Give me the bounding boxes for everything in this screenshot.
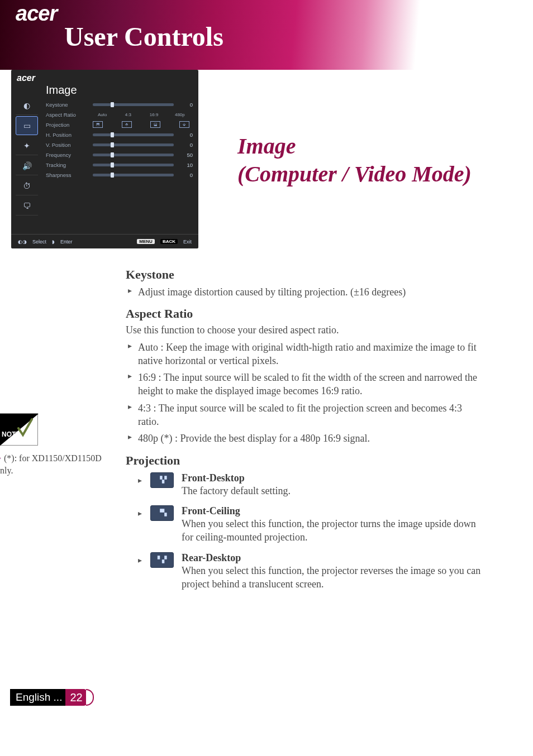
osd-menu-title: Image: [46, 84, 77, 97]
bullet-aspect-480p: 480p (*) : Provide the best display for …: [126, 432, 483, 445]
proj-desc: When you select this function, the proje…: [182, 517, 483, 544]
proj-item-front-ceiling: ▸ ▝▚ Front-Ceiling When you select this …: [138, 505, 483, 544]
osd-row-sharpness: Sharpness 0: [46, 170, 193, 180]
slider-icon: [93, 164, 174, 166]
page-title: User Controls: [64, 21, 223, 52]
bullet-triangle-icon: ▸: [138, 509, 142, 518]
slider-icon: [93, 154, 174, 156]
footer-lang-pill: English ... 22: [10, 689, 89, 706]
proj-label: Rear-Desktop: [182, 552, 483, 564]
proj-item-rear-desktop: ▸ ▘▞ Rear-Desktop When you select this f…: [138, 552, 483, 591]
heading-projection: Projection: [126, 453, 483, 468]
osd-brand: acer: [17, 73, 35, 83]
bullet-triangle-icon: ▸: [138, 476, 142, 485]
footer-cap-icon: [86, 689, 94, 706]
note-sidebar: NOTE ❖ (*): for XD1150/XD1150D only.: [0, 413, 106, 476]
slider-icon: [93, 174, 174, 176]
section-title: Image (Computer / Video Mode): [237, 132, 494, 188]
osd-row-keystone: Keystone .osd-slider::after{left:var(--p…: [46, 99, 193, 109]
slider-icon: [93, 143, 174, 146]
page-footer: English ... 22: [10, 689, 89, 706]
proj-label: Front-Desktop: [182, 472, 483, 484]
bullet-aspect-43: 4:3 : The input source will be scaled to…: [126, 401, 483, 429]
page-header: acer User Controls: [0, 0, 533, 70]
footer-lang: English ...: [16, 691, 62, 704]
osd-tab-color-icon: ◐: [16, 96, 38, 115]
checkmark-icon: [17, 417, 33, 439]
back-key-icon: BACK: [160, 239, 178, 244]
proj-desc: When you select this function, the proje…: [182, 564, 483, 591]
proj-item-front-desktop: ▸ ▝▞ Front-Desktop The factory default s…: [138, 472, 483, 497]
front-ceiling-icon: ▝▚: [150, 505, 174, 521]
note-text: ❖ (*): for XD1150/XD1150D only.: [0, 452, 106, 476]
osd-tab-image-icon: ▭: [16, 116, 38, 135]
enter-arrow-icon: ◗: [52, 239, 55, 245]
bullet-aspect-169: 16:9 : The input source will be scaled t…: [126, 371, 483, 398]
menu-key-icon: MENU: [137, 239, 155, 244]
osd-row-aspect: Aspect Ratio Auto 4:3 16:9 480p: [46, 109, 193, 119]
osd-tab-language-icon: 🗨: [16, 197, 38, 216]
page-content: acer Image ◐ ▭ ✦ 🔊 ⏱ 🗨 Keystone .osd-sli…: [0, 70, 533, 84]
slider-icon: .osd-slider::after{left:var(--p,22%)}: [93, 103, 174, 106]
brand-logo: acer: [16, 2, 57, 26]
slider-icon: [93, 133, 174, 136]
osd-row-hpos: H. Position 0: [46, 130, 193, 140]
diamond-bullet-icon: ❖: [0, 454, 2, 462]
proj-rear-ceiling-icon: ⬙: [179, 121, 189, 128]
nav-arrows-icon: ◐◑: [18, 239, 27, 245]
osd-tab-timer-icon: ⏱: [16, 176, 38, 195]
aspect-intro: Use this function to choose your desired…: [126, 323, 483, 337]
proj-front-ceiling-icon: ⬘: [122, 121, 132, 128]
osd-footer: ◐◑ Select ◗ Enter MENU BACK Exit: [11, 234, 198, 248]
osd-row-projection: Projection ⬒ ⬘ ⬓ ⬙: [46, 119, 193, 130]
bullet-triangle-icon: ▸: [138, 556, 142, 565]
bullet-keystone: Adjust image distortion caused by tiltin…: [126, 285, 483, 299]
osd-row-vpos: V. Position 0: [46, 140, 193, 150]
page-number: 22: [65, 689, 87, 706]
proj-desc: The factory default setting.: [182, 484, 483, 497]
proj-label: Front-Ceiling: [182, 505, 483, 517]
body-column: Keystone Adjust image distortion caused …: [126, 260, 483, 599]
osd-row-tracking: Tracking 10: [46, 160, 193, 170]
note-badge: NOTE: [0, 413, 38, 446]
osd-screenshot: acer Image ◐ ▭ ✦ 🔊 ⏱ 🗨 Keystone .osd-sli…: [11, 70, 198, 248]
front-desktop-icon: ▝▞: [150, 472, 174, 488]
osd-row-freq: Frequency 50: [46, 150, 193, 160]
osd-tab-strip: ◐ ▭ ✦ 🔊 ⏱ 🗨: [13, 95, 40, 217]
heading-keystone: Keystone: [126, 267, 483, 282]
proj-front-desktop-icon: ⬒: [93, 121, 103, 128]
rear-desktop-icon: ▘▞: [150, 552, 174, 568]
osd-tab-management-icon: ✦: [16, 136, 38, 155]
osd-tab-audio-icon: 🔊: [16, 156, 38, 175]
proj-rear-desktop-icon: ⬓: [150, 121, 160, 128]
osd-rows: Keystone .osd-slider::after{left:var(--p…: [46, 99, 193, 180]
bullet-aspect-auto: Auto : Keep the image with original widt…: [126, 341, 483, 368]
heading-aspect: Aspect Ratio: [126, 307, 483, 321]
